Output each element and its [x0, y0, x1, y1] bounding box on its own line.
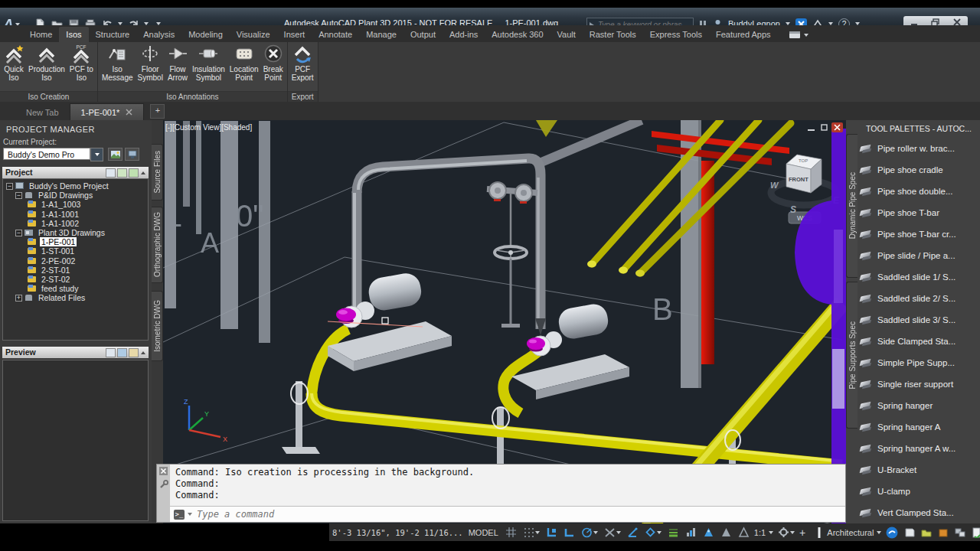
- palette-item[interactable]: Saddled slide 2/ S...: [859, 288, 980, 309]
- annotation-scale-icon[interactable]: [737, 526, 751, 539]
- tab-isometric-dwg[interactable]: Isometric DWG: [152, 291, 163, 361]
- tree-item-drawing[interactable]: 1-A1_1003: [3, 200, 148, 209]
- preview-tool-icon-3[interactable]: [129, 348, 139, 357]
- tree-item-pid-drawings[interactable]: −P&ID Drawings: [3, 191, 148, 200]
- palette-item[interactable]: U-Bracket: [859, 459, 980, 481]
- model-space-button[interactable]: MODEL: [469, 528, 498, 537]
- group-label-iso-annotations[interactable]: Iso Annotations: [98, 91, 287, 102]
- tree-item-drawing[interactable]: 1-A1-1001: [3, 210, 148, 219]
- break-point-button[interactable]: BreakPoint: [261, 42, 286, 83]
- tab-dynamic-pipe-spec[interactable]: Dynamic Pipe Spec: [846, 134, 858, 278]
- viewport-close-icon[interactable]: [831, 122, 843, 132]
- palette-item[interactable]: Pipe shoe T-bar cr...: [859, 223, 980, 245]
- project-display-button[interactable]: [125, 148, 139, 161]
- production-iso-button[interactable]: ProductionIso: [26, 42, 67, 83]
- tab-close-icon[interactable]: [126, 109, 132, 116]
- palette-item[interactable]: Simple Pipe Supp...: [859, 352, 980, 373]
- object-snap-icon[interactable]: [643, 526, 663, 539]
- tab-structure[interactable]: Structure: [89, 27, 137, 42]
- annotation-visibility-icon[interactable]: [701, 526, 716, 539]
- tab-rastertools[interactable]: Raster Tools: [583, 27, 643, 42]
- tree-item-drawing[interactable]: feed study: [3, 284, 148, 293]
- command-close-icon[interactable]: [159, 467, 168, 475]
- iso-message-button[interactable]: IsoMessage: [100, 42, 136, 83]
- location-point-button[interactable]: LocationPoint: [227, 42, 261, 83]
- project-image-button[interactable]: [108, 148, 122, 161]
- tree-item-drawing-selected[interactable]: 1-PE-001: [3, 237, 148, 246]
- switch-windows-icon[interactable]: [903, 527, 916, 539]
- tab-output[interactable]: Output: [403, 27, 443, 42]
- palette-item[interactable]: Spring hanger A w...: [859, 438, 980, 459]
- insulation-symbol-button[interactable]: InsulationSymbol: [190, 42, 227, 83]
- preview-tool-icon-1[interactable]: [106, 348, 116, 357]
- tree-item-drawing[interactable]: 2-ST-01: [3, 266, 148, 275]
- coordinates-display[interactable]: 8'-3 13/16", 19'-2 11/16...: [332, 528, 463, 537]
- tree-item-related-files[interactable]: +Related Files: [3, 293, 148, 302]
- lineweight-icon[interactable]: [666, 526, 681, 539]
- palette-item[interactable]: U-clamp: [859, 481, 980, 502]
- tree-item-project-root[interactable]: −Buddy's Demo Project: [3, 181, 148, 191]
- tab-autodesk360[interactable]: Autodesk 360: [485, 27, 550, 42]
- palette-item[interactable]: Single riser support: [859, 373, 980, 395]
- collapse-project-icon[interactable]: [141, 171, 145, 174]
- tool-palettes-title[interactable]: TOOL PALETTES - AUTOC...: [866, 124, 972, 133]
- tab-home[interactable]: Home: [23, 27, 59, 42]
- tab-addins[interactable]: Add-ins: [443, 27, 485, 42]
- current-project-dropdown[interactable]: Buddy's Demo Pro: [3, 148, 90, 160]
- hardware-acceleration-icon[interactable]: [884, 526, 900, 540]
- project-section-header[interactable]: Project: [2, 167, 149, 178]
- tree-item-drawing[interactable]: 2-PE-002: [3, 256, 148, 266]
- tree-item-drawing[interactable]: 1-ST-001: [3, 246, 148, 256]
- workspace-gear-icon[interactable]: [776, 526, 796, 539]
- palette-item[interactable]: Vert Clamped Sta...: [859, 502, 980, 523]
- viewport-minimize-icon[interactable]: [805, 122, 817, 132]
- tab-analysis[interactable]: Analysis: [136, 27, 181, 42]
- tab-manage[interactable]: Manage: [359, 27, 403, 42]
- annotation-monitor-icon[interactable]: [815, 527, 824, 539]
- document-check-icon[interactable]: [971, 527, 980, 539]
- palette-item[interactable]: Pipe shoe T-bar: [859, 202, 980, 223]
- preview-section-header[interactable]: Preview: [2, 347, 149, 358]
- palette-item[interactable]: Saddled slide 1/ S...: [859, 266, 980, 288]
- tree-item-plant3d-drawings[interactable]: −Plant 3D Drawings: [3, 228, 148, 237]
- quick-iso-button[interactable]: QuickIso: [2, 42, 26, 83]
- ribbon-display-caret-icon[interactable]: [804, 34, 808, 37]
- tab-modeling[interactable]: Modeling: [181, 27, 230, 42]
- annotation-autoscale-icon[interactable]: [719, 526, 733, 539]
- viewport-canvas[interactable]: 1 0" A B: [163, 120, 846, 523]
- tree-tool-icon-2[interactable]: [117, 168, 127, 178]
- ortho-mode-icon[interactable]: [562, 526, 577, 539]
- isodraft-icon[interactable]: [603, 526, 622, 539]
- viewport-view-label[interactable]: [-][Custom View][Shaded]: [165, 123, 252, 132]
- units-caret-icon[interactable]: [877, 531, 881, 534]
- object-snap-tracking-icon[interactable]: [626, 526, 640, 539]
- units-display[interactable]: Architectural: [827, 528, 874, 537]
- tree-tool-icon-1[interactable]: [106, 168, 116, 178]
- tree-item-drawing[interactable]: 2-ST-02: [3, 275, 148, 284]
- tree-item-drawing[interactable]: 1-A1-1002: [3, 219, 148, 228]
- pcf-export-button[interactable]: PCFExport: [289, 42, 316, 83]
- tab-orthographic-dwg[interactable]: Orthographic DWG: [152, 207, 163, 283]
- tab-insert[interactable]: Insert: [277, 27, 312, 42]
- scale-caret-icon[interactable]: [769, 531, 773, 534]
- polar-tracking-icon[interactable]: [580, 526, 599, 539]
- palette-item[interactable]: Pipe shoe double...: [859, 181, 980, 202]
- tab-vault[interactable]: Vault: [550, 27, 583, 42]
- tab-annotate[interactable]: Annotate: [312, 27, 359, 42]
- layers-boxes-icon[interactable]: [953, 527, 968, 539]
- preview-tool-icon-2[interactable]: [117, 348, 127, 357]
- grid-display-icon[interactable]: [504, 526, 518, 539]
- palette-item[interactable]: Spring hanger: [859, 395, 980, 416]
- flow-arrow-button[interactable]: FlowArrow: [165, 42, 190, 83]
- annotation-scale-value[interactable]: 1:1: [754, 528, 766, 537]
- floor-symbol-button[interactable]: FloorSymbol: [136, 42, 165, 83]
- palette-item[interactable]: Spring hanger A: [859, 416, 980, 438]
- infer-constraints-icon[interactable]: [544, 526, 559, 539]
- tab-pipe-supports-spec[interactable]: Pipe Supports Spec: [846, 282, 858, 429]
- palette-item[interactable]: Pipe roller w. brac...: [859, 138, 980, 159]
- viewport-restore-icon[interactable]: [818, 122, 830, 132]
- palette-item[interactable]: Pipe slide / Pipe a...: [859, 245, 980, 266]
- selection-cycling-icon[interactable]: [684, 526, 698, 539]
- file-tab-active[interactable]: 1-PE-001*: [70, 103, 145, 120]
- orange-cube-icon[interactable]: [936, 527, 950, 539]
